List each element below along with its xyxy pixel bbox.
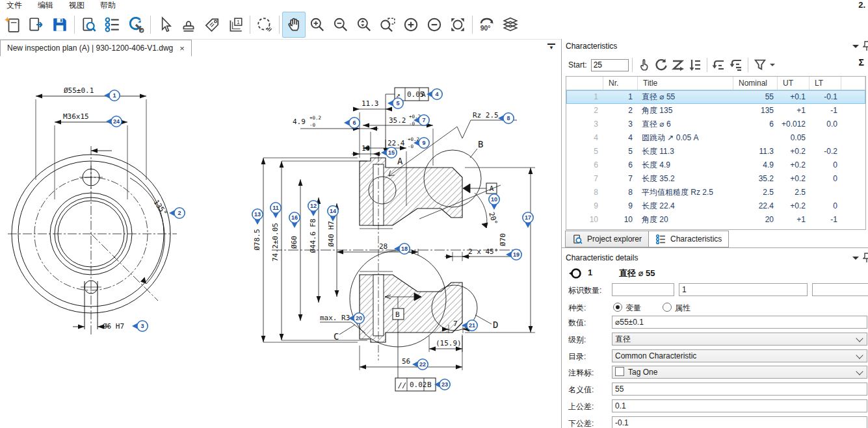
balloon-11[interactable]: 11 [270,203,281,218]
table-cell[interactable]: +0.012 [778,118,809,131]
table-cell[interactable]: -0.1 [809,90,841,104]
zoom-window-button[interactable] [376,12,399,38]
table-cell[interactable]: 10 [603,213,638,227]
table-cell[interactable]: -1 [809,213,841,227]
balloon-2[interactable]: 2 [169,208,185,218]
balloon-4[interactable]: 4 [427,89,442,99]
table-row[interactable]: 44圆跳动 ↗ 0.05 A0.05 [566,131,865,145]
table-row[interactable]: 66长度 4.94.9+0.20 [566,158,865,172]
project-explorer-button[interactable] [77,12,101,38]
menu-help[interactable]: 帮助 [100,0,116,11]
col-ut[interactable]: UT [778,77,809,90]
details-pin-icon[interactable] [863,253,868,263]
table-cell[interactable]: 0 [809,199,841,213]
table-row[interactable]: 77长度 35.235.2+0.20 [566,172,865,186]
table-cell[interactable] [841,172,865,186]
table-cell[interactable]: 0 [809,158,841,172]
balloon-3[interactable]: 3 [132,321,148,331]
sort-list-icon[interactable] [687,57,704,73]
table-cell[interactable]: +1 [778,213,809,227]
table-cell[interactable]: +0.1 [778,90,809,104]
table-cell[interactable]: 9 [603,199,638,213]
layers-button[interactable] [499,12,522,38]
table-cell[interactable]: +0.2 [778,172,809,186]
filter-icon[interactable] [752,57,769,73]
dimension-corner-button[interactable]: 1 [224,12,247,38]
nominal-input[interactable]: 55 [612,383,867,396]
table-cell[interactable]: 5 [566,145,603,158]
new-document-button[interactable] [1,12,25,38]
balloon-10[interactable]: 10 [489,194,499,210]
minus-circle-button[interactable] [423,12,446,38]
table-cell[interactable]: 7 [566,172,603,186]
balloon-8[interactable]: 8 [498,113,514,123]
tab-characteristics[interactable]: Characteristics [648,231,729,247]
col-nominal[interactable]: Nominal [733,77,778,90]
reroute-all-icon[interactable] [728,57,744,73]
table-row[interactable]: 22角度 135135+1-1 [566,104,865,118]
stamp-tool-button[interactable] [177,12,200,38]
table-cell[interactable]: 7 [603,172,638,186]
details-menu-caret-icon[interactable] [852,257,859,260]
drawing-area[interactable]: Ø55±0.1 M36x15 135° Ø6 H7 [0,55,560,428]
table-cell[interactable]: 2.5 [778,186,809,199]
table-cell[interactable] [841,118,865,131]
table-cell[interactable]: 长度 11.3 [638,145,733,158]
table-cell[interactable]: 1 [603,90,638,104]
table-cell[interactable]: 35.2 [733,172,778,186]
table-cell[interactable] [841,158,865,172]
table-cell[interactable]: 5 [603,145,638,158]
dashed-circle-button[interactable] [253,12,276,38]
upper-tolerance-input[interactable]: 0.1 [612,399,867,412]
table-row[interactable]: 55长度 11.311.3+0.2-0.2 [566,145,865,158]
balloon-15[interactable]: 15 [381,147,397,158]
level-dropdown[interactable]: 直径 [612,333,867,346]
zoom-extents-button[interactable] [446,12,469,38]
balloon-13[interactable]: 13 [252,209,263,225]
value-input[interactable]: ⌀55±0.1 [612,316,867,329]
table-cell[interactable] [841,186,865,199]
zoom-vertical-fit-button[interactable] [352,12,376,38]
checkbox-unchecked-icon[interactable] [615,367,624,376]
table-cell[interactable]: 直径 ⌀ 6 [638,118,733,131]
table-cell[interactable]: 圆跳动 ↗ 0.05 A [638,131,733,145]
tab-project-explorer[interactable]: Project explorer [565,231,649,247]
table-cell[interactable]: +0.2 [778,145,809,158]
id-qty-input-2[interactable]: 1 [679,283,808,296]
menu-file[interactable]: 文件 [7,0,22,11]
lower-tolerance-input[interactable]: -0.1 [612,416,867,428]
open-document-button[interactable] [25,12,48,38]
table-cell[interactable]: 2 [566,104,603,118]
table-cell[interactable]: 长度 35.2 [638,172,733,186]
panel-menu-caret-icon[interactable] [852,45,859,48]
table-cell[interactable]: 2.5 [733,186,778,199]
zoom-out-button[interactable] [329,12,352,38]
balloon-16[interactable]: 16 [289,212,300,228]
table-cell[interactable]: 11.3 [733,145,778,158]
table-cell[interactable]: 3 [603,118,638,131]
table-cell[interactable]: +0.2 [778,158,809,172]
table-cell[interactable]: 1 [566,90,603,104]
table-cell[interactable]: +0.2 [778,199,809,213]
table-cell[interactable] [841,104,865,118]
balloon-22[interactable]: 22 [412,359,428,370]
table-cell[interactable] [809,131,841,145]
catalog-dropdown[interactable]: Common Characteristic [612,349,867,362]
table-cell[interactable] [841,145,865,158]
table-cell[interactable]: 0.0 [809,118,841,131]
table-cell[interactable]: 55 [733,90,778,104]
col-title[interactable]: Title [638,77,733,90]
balloon-24[interactable]: 24 [106,116,122,127]
document-tab[interactable]: New inspection plan (A) | 930-1200-406-V… [0,40,192,57]
table-cell[interactable]: 4.9 [733,158,778,172]
col-nr[interactable]: Nr. [603,77,638,90]
save-button[interactable] [48,12,72,38]
balloon-12[interactable]: 12 [308,201,319,216]
table-cell[interactable]: 6 [566,158,603,172]
table-cell[interactable]: 角度 20 [638,213,733,227]
table-cell[interactable] [841,199,865,213]
table-cell[interactable]: 20 [733,213,778,227]
zigzag-renumber-icon[interactable] [670,57,687,73]
table-cell[interactable]: 6 [733,118,778,131]
table-cell[interactable]: +1 [778,104,809,118]
